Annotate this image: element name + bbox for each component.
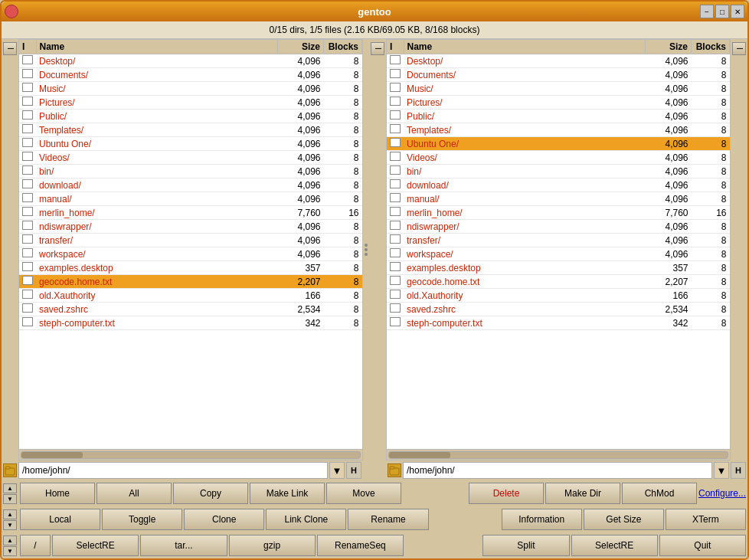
all-button[interactable]: All — [96, 483, 172, 504]
nav-down3[interactable]: ▼ — [3, 546, 17, 556]
rename-seq-button[interactable]: RenameSeq — [317, 535, 404, 556]
left-scrollbar-h[interactable] — [19, 449, 362, 460]
nav-down[interactable]: ▼ — [3, 494, 17, 504]
table-row[interactable]: saved.zshrc2,5348 — [387, 303, 730, 316]
row-checkbox[interactable] — [19, 151, 36, 165]
row-checkbox[interactable] — [387, 110, 404, 123]
row-checkbox[interactable] — [387, 82, 404, 96]
right-col-size[interactable]: Size — [646, 40, 692, 54]
left-path-h[interactable]: H — [346, 462, 361, 479]
quit-button[interactable]: Quit — [659, 535, 746, 556]
left-path-dropdown[interactable]: ▼ — [329, 462, 345, 479]
left-path-input[interactable] — [18, 462, 328, 479]
xterm-button[interactable]: XTerm — [666, 509, 746, 530]
table-row[interactable]: examples.desktop3578 — [387, 261, 730, 275]
table-row[interactable]: manual/4,0968 — [387, 192, 730, 206]
close-button2[interactable]: ✕ — [731, 5, 744, 18]
table-row[interactable]: Music/4,0968 — [19, 82, 362, 96]
row-checkbox[interactable] — [387, 178, 404, 192]
row-checkbox[interactable] — [387, 220, 404, 234]
table-row[interactable]: Documents/4,0968 — [387, 68, 730, 82]
copy-button[interactable]: Copy — [173, 483, 248, 504]
minimize-button[interactable]: − — [700, 5, 714, 18]
close-button[interactable] — [5, 5, 18, 18]
right-path-input[interactable] — [403, 462, 712, 479]
delete-button[interactable]: Delete — [469, 483, 544, 504]
table-row[interactable]: Public/4,0968 — [387, 110, 730, 123]
table-row[interactable]: download/4,0968 — [387, 178, 730, 192]
move-button[interactable]: Move — [326, 483, 401, 504]
row-checkbox[interactable] — [19, 247, 36, 261]
row-checkbox[interactable] — [19, 289, 36, 303]
right-path-h[interactable]: H — [731, 462, 746, 479]
make-dir-button[interactable]: Make Dir — [545, 483, 620, 504]
table-row[interactable]: Templates/4,0968 — [387, 123, 730, 137]
select-re-button-right[interactable]: SelectRE — [571, 535, 658, 556]
table-row[interactable]: geocode.home.txt2,2078 — [387, 275, 730, 289]
row-checkbox[interactable] — [387, 316, 404, 330]
row-checkbox[interactable] — [387, 247, 404, 261]
nav-up3[interactable]: ▲ — [3, 535, 17, 545]
table-row[interactable]: old.Xauthority1668 — [19, 289, 362, 303]
link-clone-button[interactable]: Link Clone — [266, 509, 346, 530]
table-row[interactable]: steph-computer.txt3428 — [387, 316, 730, 330]
table-row[interactable]: Templates/4,0968 — [19, 123, 362, 137]
row-checkbox[interactable] — [19, 275, 36, 289]
information-button[interactable]: Information — [502, 509, 582, 530]
table-row[interactable]: Public/4,0968 — [19, 110, 362, 123]
row-checkbox[interactable] — [19, 206, 36, 220]
table-row[interactable]: Desktop/4,0968 — [387, 54, 730, 68]
row-checkbox[interactable] — [387, 123, 404, 137]
table-row[interactable]: Pictures/4,0968 — [387, 96, 730, 110]
table-row[interactable]: saved.zshrc2,5348 — [19, 303, 362, 316]
table-row[interactable]: Ubuntu One/4,0968 — [387, 137, 730, 151]
row-checkbox[interactable] — [387, 234, 404, 247]
nav-up[interactable]: ▲ — [3, 483, 17, 493]
row-checkbox[interactable] — [387, 206, 404, 220]
gzip-button[interactable]: gzip — [229, 535, 316, 556]
table-row[interactable]: bin/4,0968 — [19, 165, 362, 178]
table-row[interactable]: Music/4,0968 — [387, 82, 730, 96]
table-row[interactable]: transfer/4,0968 — [387, 234, 730, 247]
configure-button[interactable]: Configure... — [698, 488, 746, 499]
table-row[interactable]: manual/4,0968 — [19, 192, 362, 206]
row-checkbox[interactable] — [387, 261, 404, 275]
row-checkbox[interactable] — [19, 54, 36, 68]
panel-toggle-left[interactable]: I — [3, 42, 17, 55]
row-checkbox[interactable] — [387, 151, 404, 165]
right-file-list[interactable]: I Name Size Blocks Desktop/4,0968Documen… — [387, 40, 730, 449]
row-checkbox[interactable] — [387, 289, 404, 303]
select-re-button-left[interactable]: SelectRE — [52, 535, 139, 556]
slash-button[interactable]: / — [20, 535, 51, 556]
left-file-list[interactable]: I Name Size Blocks Desktop/4,0968Documen… — [19, 40, 362, 449]
left-col-size[interactable]: Size — [278, 40, 324, 54]
table-row[interactable]: Videos/4,0968 — [19, 151, 362, 165]
table-row[interactable]: Pictures/4,0968 — [19, 96, 362, 110]
left-col-name[interactable]: Name — [36, 40, 278, 54]
right-scrollbar-h[interactable] — [387, 449, 730, 460]
maximize-button[interactable]: □ — [715, 5, 729, 18]
panel-toggle-right[interactable]: I — [371, 42, 384, 55]
right-col-blocks[interactable]: Blocks — [692, 40, 730, 54]
row-checkbox[interactable] — [387, 96, 404, 110]
row-checkbox[interactable] — [19, 192, 36, 206]
row-checkbox[interactable] — [19, 165, 36, 178]
table-row[interactable]: old.Xauthority1668 — [387, 289, 730, 303]
table-row[interactable]: steph-computer.txt3428 — [19, 316, 362, 330]
table-row[interactable]: ndiswrapper/4,0968 — [387, 220, 730, 234]
row-checkbox[interactable] — [387, 54, 404, 68]
row-checkbox[interactable] — [387, 275, 404, 289]
row-checkbox[interactable] — [19, 234, 36, 247]
home-button[interactable]: Home — [20, 483, 95, 504]
split-button[interactable]: Split — [482, 535, 569, 556]
clone-button[interactable]: Clone — [184, 509, 264, 530]
row-checkbox[interactable] — [387, 68, 404, 82]
rename-button[interactable]: Rename — [348, 509, 428, 530]
nav-up2[interactable]: ▲ — [3, 509, 17, 519]
table-row[interactable]: merlin_home/7,76016 — [19, 206, 362, 220]
row-checkbox[interactable] — [387, 165, 404, 178]
chmod-button[interactable]: ChMod — [622, 483, 697, 504]
make-link-button[interactable]: Make Link — [250, 483, 325, 504]
row-checkbox[interactable] — [387, 192, 404, 206]
right-col-name[interactable]: Name — [404, 40, 646, 54]
